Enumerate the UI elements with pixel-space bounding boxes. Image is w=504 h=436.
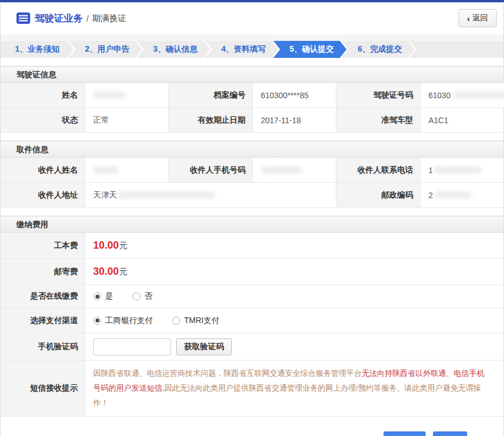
header-divider-band — [1, 34, 503, 41]
vehicle-class-label: 准驾车型 — [336, 108, 420, 133]
name-label: 姓名 — [1, 83, 85, 108]
sms-tip-part1: 因陕西省联通、电信运营商技术问题，陕西省互联网交通安全综合服务管理平台 — [93, 369, 362, 378]
license-no-label: 驾驶证号码 — [336, 83, 420, 108]
pickup-info-row-2: 收件人地址 天津天 邮政编码 2 — [1, 183, 503, 208]
online-pay-label: 是否在线缴费 — [1, 285, 85, 308]
step-4-fill-data[interactable]: 4、资料填写 — [205, 41, 278, 58]
expiry-value: 2017-11-18 — [252, 108, 336, 133]
step-3-confirm-info[interactable]: 3、确认信息 — [137, 41, 210, 58]
recipient-mobile-label: 收件人手机号码 — [168, 158, 252, 183]
redacted-blur — [434, 166, 482, 174]
recipient-address-label: 收件人地址 — [1, 183, 85, 208]
sms-code-row: 手机验证码 获取验证码 — [1, 333, 503, 360]
name-value — [85, 83, 168, 108]
expiry-label: 有效期止日期 — [168, 108, 252, 133]
step-wizard: 1、业务须知 2、用户申告 3、确认信息 4、资料填写 5、确认提交 6、完成提… — [1, 41, 503, 58]
pickup-info-section-title: 取件信息 — [1, 141, 503, 158]
breadcrumb-separator: / — [86, 14, 89, 23]
sms-code-field-area: 获取验证码 — [85, 333, 503, 360]
recipient-mobile-value — [252, 158, 336, 183]
online-pay-yes-option[interactable]: 是 — [93, 291, 113, 301]
pay-channel-label: 选择支付渠道 — [1, 308, 85, 333]
online-pay-yes-label: 是 — [105, 291, 113, 301]
sms-code-input[interactable] — [93, 338, 171, 355]
work-fee-label: 工本费 — [1, 233, 85, 259]
radio-checked-icon[interactable] — [93, 292, 101, 300]
postage-value: 30.00 元 — [85, 259, 503, 285]
chevron-left-icon: ‹ — [467, 14, 470, 23]
postage-fee-row: 邮寄费 30.00 元 — [1, 259, 503, 285]
redacted-blur — [261, 166, 302, 174]
work-fee-amount: 10.00 — [93, 240, 119, 251]
recipient-name-value — [85, 158, 168, 183]
step-2-user-declaration[interactable]: 2、用户申告 — [69, 41, 142, 58]
radio-checked-icon[interactable] — [93, 317, 101, 325]
license-info-section-title: 驾驶证信息 — [1, 66, 503, 83]
postal-code-value: 2 — [420, 183, 503, 208]
channel-icbc-option[interactable]: 工商银行支付 — [93, 316, 153, 326]
redacted-blur — [454, 91, 504, 99]
postage-amount: 30.00 — [93, 266, 119, 278]
file-no-label: 档案编号 — [168, 83, 252, 108]
work-fee-row: 工本费 10.00 元 — [1, 233, 503, 259]
footer-actions: 上一步 完成 — [1, 417, 503, 436]
back-button-label: 返回 — [472, 13, 488, 23]
recipient-phone-label: 收件人联系电话 — [336, 158, 420, 183]
license-info-row-2: 状态 正常 有效期止日期 2017-11-18 准驾车型 A1C1 — [1, 108, 503, 133]
pay-channel-row: 选择支付渠道 工商银行支付 TMRI支付 — [1, 308, 503, 333]
license-no-value: 61030 — [420, 83, 504, 108]
online-pay-no-option[interactable]: 否 — [132, 291, 152, 301]
redacted-blur — [93, 166, 118, 174]
get-sms-code-button[interactable]: 获取验证码 — [176, 338, 232, 355]
postage-unit: 元 — [119, 267, 127, 277]
finish-button[interactable]: 完成 — [433, 431, 467, 436]
work-fee-unit: 元 — [119, 241, 127, 251]
online-pay-no-label: 否 — [144, 291, 152, 301]
back-button[interactable]: ‹ 返回 — [459, 9, 497, 27]
recipient-phone-value: 1 — [420, 158, 503, 183]
vehicle-class-value: A1C1 — [420, 108, 503, 133]
redacted-blur — [118, 191, 215, 199]
pay-channel-options: 工商银行支付 TMRI支付 — [85, 308, 503, 333]
page-header: 驾驶证业务 / 期满换证 ‹ 返回 — [1, 2, 503, 34]
radio-unchecked-icon[interactable] — [172, 317, 180, 325]
redacted-blur — [434, 191, 472, 199]
recipient-name-label: 收件人姓名 — [1, 158, 85, 183]
status-label: 状态 — [1, 108, 85, 133]
sms-code-label: 手机验证码 — [1, 333, 85, 360]
sms-tip-row: 短信接收提示 因陕西省联通、电信运营商技术问题，陕西省互联网交通安全综合服务管理… — [1, 360, 503, 417]
redacted-blur — [93, 91, 126, 99]
step-1-business-notice[interactable]: 1、业务须知 — [1, 41, 74, 58]
license-info-row-1: 姓名 档案编号 610300****85 驾驶证号码 61030 — [1, 83, 503, 108]
menu-list-icon — [16, 12, 30, 24]
pickup-info-row-1: 收件人姓名 收件人手机号码 收件人联系电话 1 — [1, 158, 503, 183]
online-pay-options: 是 否 — [85, 285, 503, 308]
content-card: 驾驶证业务 / 期满换证 ‹ 返回 1、业务须知 2、用户申告 3、确认信息 4… — [0, 2, 504, 436]
page-title: 驾驶证业务 — [35, 12, 83, 25]
step-5-confirm-submit[interactable]: 5、确认提交 — [273, 41, 347, 58]
breadcrumb-current: 期满换证 — [92, 13, 126, 24]
sms-tip-text: 因陕西省联通、电信运营商技术问题，陕西省互联网交通安全综合服务管理平台无法向持陕… — [85, 360, 503, 417]
file-no-value: 610300****85 — [252, 83, 336, 108]
step-bar-filler — [410, 41, 503, 58]
postal-code-label: 邮政编码 — [336, 183, 420, 208]
status-value: 正常 — [85, 108, 168, 133]
online-pay-row: 是否在线缴费 是 否 — [1, 285, 503, 308]
postage-label: 邮寄费 — [1, 259, 85, 285]
recipient-address-value: 天津天 — [85, 183, 336, 208]
step-6-complete-submit[interactable]: 6、完成提交 — [341, 41, 415, 58]
channel-tmri-option[interactable]: TMRI支付 — [172, 316, 219, 326]
work-fee-value: 10.00 元 — [85, 233, 503, 259]
sms-tip-label: 短信接收提示 — [1, 360, 85, 417]
previous-step-button[interactable]: 上一步 — [384, 431, 426, 436]
payment-section-title: 缴纳费用 — [1, 216, 503, 233]
channel-tmri-label: TMRI支付 — [184, 316, 219, 326]
channel-icbc-label: 工商银行支付 — [105, 316, 153, 326]
radio-unchecked-icon[interactable] — [132, 292, 140, 300]
